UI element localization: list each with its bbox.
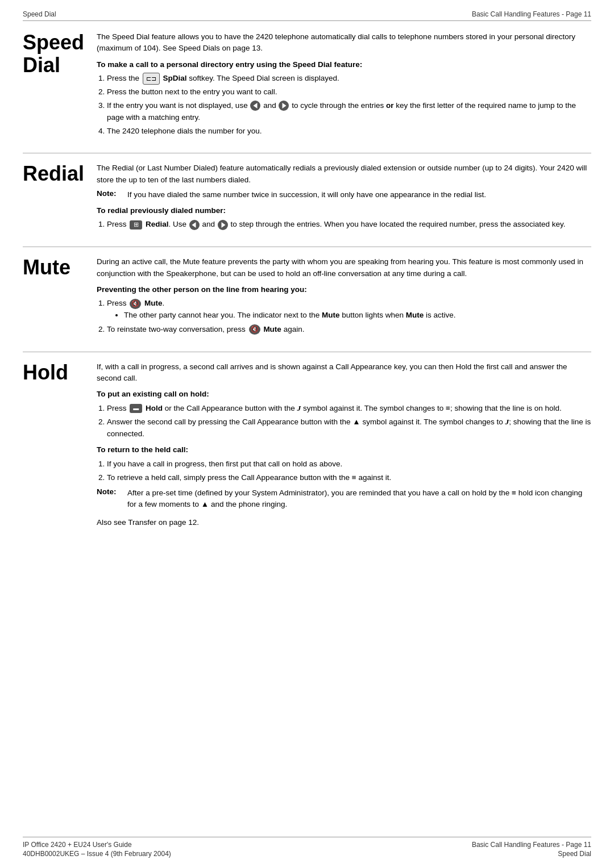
hold-title: Hold (23, 361, 97, 384)
mute-instruction-header: Preventing the other person on the line … (97, 284, 591, 295)
page-header: Speed Dial Basic Call Handling Features … (23, 10, 591, 21)
hold-note: Note: After a pre-set time (defined by y… (97, 487, 591, 511)
redial-title: Redial (23, 162, 97, 185)
hold-steps-1: Press Hold or the Call Appearance button… (107, 403, 591, 440)
speed-dial-step-4: The 2420 telephone dials the number for … (107, 126, 591, 137)
mute-bullet-1: The other party cannot hear you. The ind… (124, 310, 591, 322)
mute-step-2: To reinstate two-way conversation, press… (107, 324, 591, 336)
header-left: Speed Dial (23, 10, 56, 18)
mute-intro: During an active call, the Mute feature … (97, 256, 591, 279)
symbol-j-1: J (297, 404, 301, 412)
mute-step-1: Press Mute. The other party cannot hear … (107, 298, 591, 322)
hold-note-label: Note: (97, 487, 122, 511)
speed-dial-section: Speed Dial The Speed Dial feature allows… (23, 27, 591, 147)
speed-dial-steps: Press the ⊏⊐ SpDial softkey. The Speed D… (107, 73, 591, 137)
spd-softkey-icon: ⊏⊐ (143, 73, 160, 85)
mute-section: Mute During an active call, the Mute fea… (23, 252, 591, 346)
hold-steps-2: If you have a call in progress, then fir… (107, 458, 591, 484)
footer-left-line1: IP Office 2420 + EU24 User's Guide (23, 841, 171, 849)
mute-bullets: The other party cannot hear you. The ind… (124, 310, 591, 322)
hold-step-2: Answer the second call by pressing the C… (107, 416, 591, 440)
footer-right: Basic Call Handling Features - Page 11 S… (472, 841, 591, 858)
divider-3 (23, 352, 591, 352)
hold-instruction-header-1: To put an existing call on hold: (97, 389, 591, 400)
hold-step-1: Press Hold or the Call Appearance button… (107, 403, 591, 415)
hold-title-col: Hold (23, 357, 97, 539)
speed-dial-step-1: Press the ⊏⊐ SpDial softkey. The Speed D… (107, 73, 591, 85)
speed-dial-content: The Speed Dial feature allows you to hav… (97, 27, 591, 147)
redial-content: The Redial (or Last Number Dialed) featu… (97, 158, 591, 241)
hold-return-step-2: To retrieve a held call, simply press th… (107, 472, 591, 484)
speed-dial-step-2: Press the button next to the entry you w… (107, 86, 591, 98)
footer-left: IP Office 2420 + EU24 User's Guide 40DHB… (23, 841, 171, 858)
divider-2 (23, 247, 591, 247)
divider-1 (23, 153, 591, 153)
hold-intro: If, with a call in progress, a second ca… (97, 361, 591, 385)
footer-left-line2: 40DHB0002UKEG – Issue 4 (9th February 20… (23, 850, 171, 858)
mute-button-icon (130, 299, 141, 309)
mute-content: During an active call, the Mute feature … (97, 252, 591, 346)
header-right: Basic Call Handling Features - Page 11 (472, 10, 591, 18)
speed-dial-step-3: If the entry you want is not displayed, … (107, 100, 591, 124)
redial-nav-left-icon (189, 220, 200, 230)
hold-button-icon (130, 404, 142, 413)
redial-section: Redial The Redial (or Last Number Dialed… (23, 158, 591, 241)
redial-note-label: Note: (97, 189, 122, 201)
page-footer: IP Office 2420 + EU24 User's Guide 40DHB… (23, 837, 591, 858)
hold-section: Hold If, with a call in progress, a seco… (23, 357, 591, 539)
redial-steps: Press Redial. Use and to step through th… (107, 219, 591, 231)
footer-right-line2: Speed Dial (558, 850, 591, 858)
speed-dial-instruction-header: To make a call to a personal directory e… (97, 59, 591, 70)
nav-right-icon (279, 101, 289, 111)
redial-note-text: If you have dialed the same number twice… (127, 189, 591, 201)
page: Speed Dial Basic Call Handling Features … (0, 0, 614, 868)
redial-note: Note: If you have dialed the same number… (97, 189, 591, 201)
redial-intro: The Redial (or Last Number Dialed) featu… (97, 162, 591, 186)
symbol-j-2: J (505, 418, 509, 426)
redial-nav-right-icon (218, 220, 228, 230)
mute-steps: Press Mute. The other party cannot hear … (107, 298, 591, 336)
also-see: Also see Transfer on page 12. (97, 517, 591, 528)
mute-title: Mute (23, 256, 97, 279)
mute-button-icon-2 (249, 324, 260, 335)
speed-dial-title-col: Speed Dial (23, 27, 97, 147)
speed-dial-intro: The Speed Dial feature allows you to hav… (97, 31, 591, 55)
redial-instruction-header: To redial previously dialed number: (97, 205, 591, 216)
hold-return-step-1: If you have a call in progress, then fir… (107, 458, 591, 470)
redial-step-1: Press Redial. Use and to step through th… (107, 219, 591, 231)
hold-instruction-header-2: To return to the held call: (97, 444, 591, 456)
nav-left-icon (250, 101, 260, 111)
hold-content: If, with a call in progress, a second ca… (97, 357, 591, 539)
footer-right-line1: Basic Call Handling Features - Page 11 (472, 841, 591, 849)
mute-title-col: Mute (23, 252, 97, 346)
speed-dial-title: Speed Dial (23, 31, 97, 76)
hold-note-text: After a pre-set time (defined by your Sy… (127, 487, 591, 511)
redial-title-col: Redial (23, 158, 97, 241)
redial-button-icon (130, 220, 142, 229)
